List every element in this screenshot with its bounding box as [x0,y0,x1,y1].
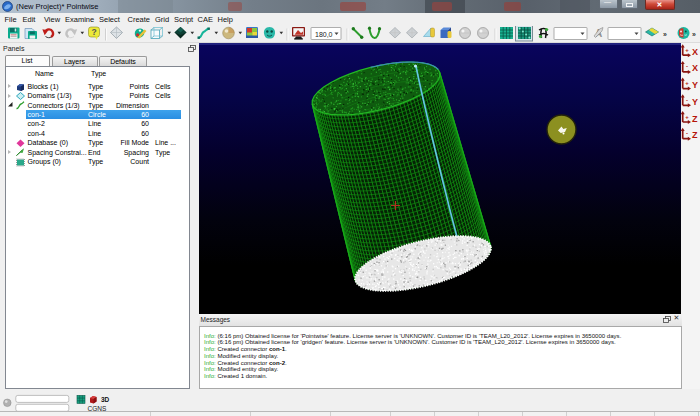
svg-text:»: » [663,31,667,38]
svg-text:3D: 3D [101,396,110,403]
svg-text:?: ? [91,27,96,37]
svg-text:»: » [692,31,696,38]
svg-text:180,0: 180,0 [315,31,333,38]
